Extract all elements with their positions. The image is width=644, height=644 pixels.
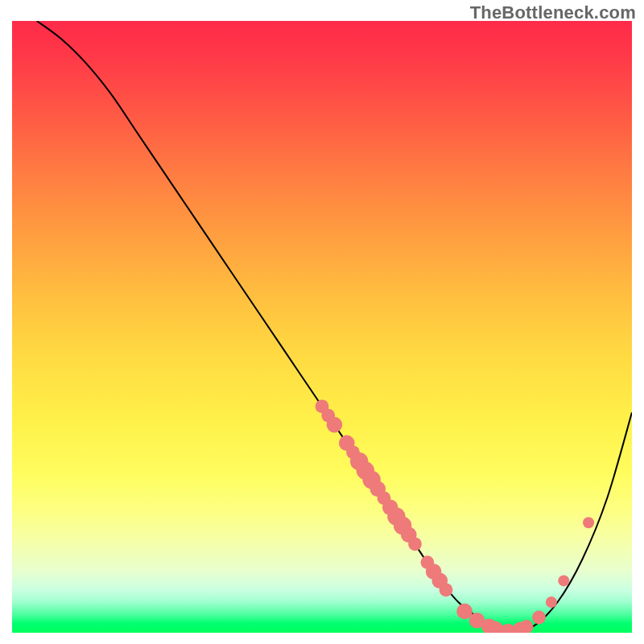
curve-group xyxy=(37,21,632,633)
watermark-text: TheBottleneck.com xyxy=(470,2,636,23)
data-marker xyxy=(583,517,594,528)
data-marker xyxy=(440,583,453,597)
data-marker xyxy=(558,575,569,586)
data-marker xyxy=(327,417,343,433)
data-marker xyxy=(532,611,546,625)
main-curve xyxy=(37,21,632,633)
chart-container: TheBottleneck.com xyxy=(0,0,644,644)
chart-svg xyxy=(12,21,632,633)
data-marker xyxy=(546,597,557,608)
data-marker xyxy=(520,620,534,633)
data-marker xyxy=(408,537,422,551)
